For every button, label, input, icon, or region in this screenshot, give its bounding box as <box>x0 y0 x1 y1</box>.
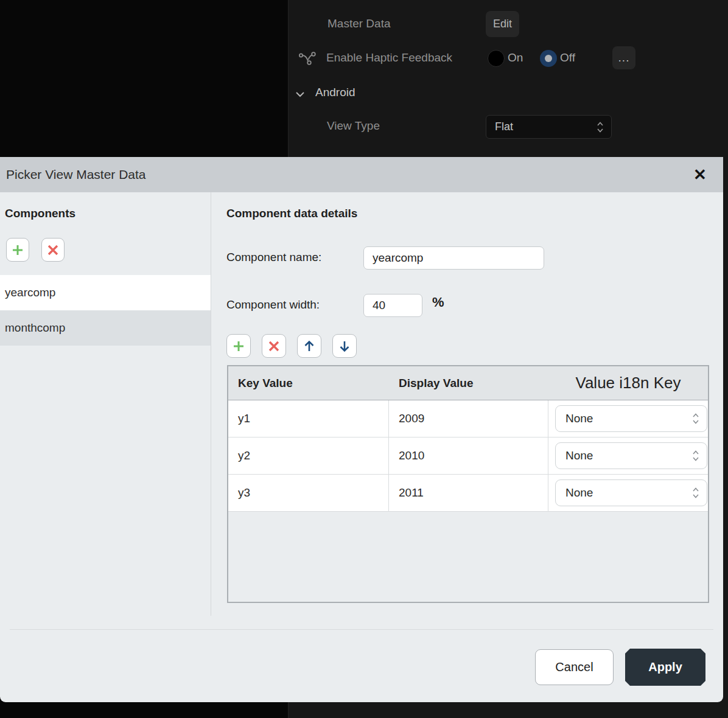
delete-row-button[interactable] <box>262 334 286 358</box>
picker-view-master-data-dialog: Picker View Master Data ✕ Components yea… <box>0 157 723 702</box>
i18n-key-dropdown[interactable]: None <box>555 442 707 469</box>
col-header-key-value: Key Value <box>228 377 389 390</box>
components-list: yearcomp monthcomp <box>0 275 211 346</box>
component-width-input[interactable] <box>363 294 422 317</box>
x-icon <box>268 340 280 352</box>
i18n-key-dropdown[interactable]: None <box>555 479 707 506</box>
col-header-display-value: Display Value <box>389 377 548 390</box>
add-component-button[interactable] <box>6 238 29 262</box>
table-toolbar <box>226 334 357 358</box>
cell-key[interactable]: y3 <box>228 475 389 511</box>
cell-key[interactable]: y2 <box>228 437 389 474</box>
component-width-label: Component width: <box>226 298 320 312</box>
dialog-body: Components yearcomp monthcomp Component … <box>0 192 723 702</box>
i18n-key-value: None <box>556 412 691 425</box>
updown-chevron-icon <box>691 411 701 427</box>
cell-display[interactable]: 2010 <box>389 437 548 474</box>
x-icon <box>47 244 59 256</box>
details-heading: Component data details <box>226 207 357 220</box>
components-panel: Components yearcomp monthcomp <box>0 192 211 616</box>
updown-chevron-icon <box>595 119 605 135</box>
move-row-up-button[interactable] <box>297 334 321 358</box>
view-type-label: View Type <box>327 119 380 133</box>
add-row-button[interactable] <box>226 334 251 358</box>
arrow-down-icon <box>338 340 351 353</box>
haptic-off-label: Off <box>560 51 575 64</box>
haptic-on-label: On <box>508 51 523 64</box>
haptic-feedback-label: Enable Haptic Feedback <box>326 51 452 64</box>
table-row: y3 2011 None <box>228 475 708 512</box>
table-row: y1 2009 None <box>228 400 708 437</box>
updown-chevron-icon <box>691 485 701 501</box>
move-row-down-button[interactable] <box>332 334 357 358</box>
cell-i18n: None <box>548 400 708 437</box>
dialog-title: Picker View Master Data <box>0 167 146 182</box>
close-icon[interactable]: ✕ <box>690 165 710 184</box>
components-heading: Components <box>5 207 75 220</box>
view-type-row: View Type Flat <box>289 113 728 140</box>
updown-chevron-icon <box>691 448 701 464</box>
i18n-key-value: None <box>556 486 691 500</box>
haptic-feedback-icon <box>298 50 317 69</box>
edit-master-data-button[interactable]: Edit <box>486 11 519 37</box>
master-data-label: Master Data <box>327 17 390 30</box>
i18n-key-value: None <box>556 449 691 462</box>
view-type-value: Flat <box>486 120 595 133</box>
cell-display[interactable]: 2009 <box>389 400 548 437</box>
view-type-dropdown[interactable]: Flat <box>486 115 612 139</box>
i18n-key-dropdown[interactable]: None <box>555 405 707 432</box>
component-name-input[interactable] <box>363 246 544 270</box>
haptic-more-button[interactable]: ... <box>612 46 635 69</box>
component-name-label: Component name: <box>226 251 321 264</box>
cancel-button[interactable]: Cancel <box>535 649 614 685</box>
haptic-feedback-row: Enable Haptic Feedback On Off ... <box>289 46 728 71</box>
list-item-monthcomp[interactable]: monthcomp <box>0 310 211 346</box>
delete-component-button[interactable] <box>41 238 65 262</box>
components-toolbar <box>6 238 65 262</box>
master-data-row: Master Data Edit <box>289 11 728 38</box>
col-header-i18n-key: Value i18n Key <box>548 374 708 392</box>
plus-icon <box>11 243 24 257</box>
android-section-header[interactable]: Android <box>289 86 728 103</box>
table-header-row: Key Value Display Value Value i18n Key <box>228 366 708 400</box>
arrow-up-icon <box>303 340 315 353</box>
haptic-on-radio[interactable] <box>488 50 505 67</box>
radio-dot <box>545 55 552 62</box>
cell-key[interactable]: y1 <box>228 400 389 437</box>
chevron-down-icon <box>295 89 305 100</box>
dialog-titlebar: Picker View Master Data ✕ <box>0 157 723 192</box>
footer-divider <box>10 629 713 630</box>
apply-button[interactable]: Apply <box>625 649 705 686</box>
cell-i18n: None <box>548 475 708 511</box>
width-unit-label: % <box>432 295 444 310</box>
cell-display[interactable]: 2011 <box>389 475 548 511</box>
haptic-off-radio[interactable] <box>540 50 557 67</box>
master-data-table: Key Value Display Value Value i18n Key y… <box>227 365 709 603</box>
cell-i18n: None <box>548 437 708 474</box>
table-row: y2 2010 None <box>228 437 708 475</box>
plus-icon <box>232 340 245 353</box>
list-item-yearcomp[interactable]: yearcomp <box>0 275 211 310</box>
android-section-label: Android <box>315 86 355 99</box>
